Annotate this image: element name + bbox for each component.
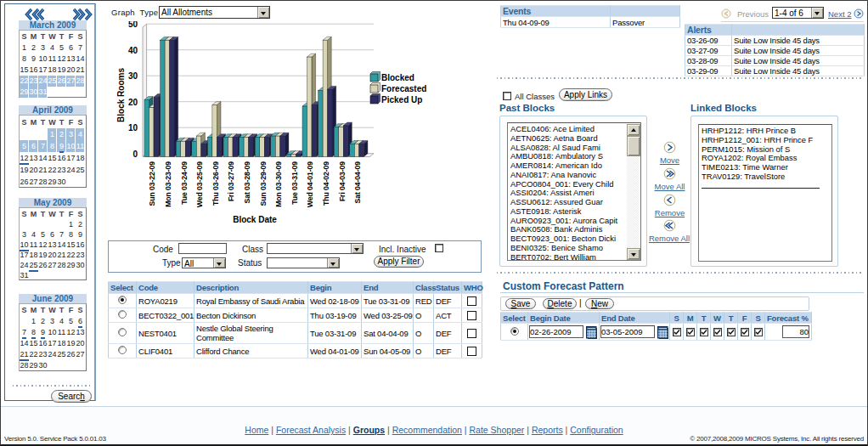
svg-text:Block Date: Block Date	[233, 215, 277, 224]
svg-text:10: 10	[128, 123, 138, 133]
svg-text:50: 50	[128, 21, 138, 29]
svg-text:Sun 03-29-09: Sun 03-29-09	[259, 161, 268, 206]
svg-text:Forecasted: Forecasted	[381, 84, 426, 93]
svg-text:Thu 03-26-09: Thu 03-26-09	[211, 161, 220, 206]
svg-text:0: 0	[132, 150, 138, 159]
svg-text:Picked Up: Picked Up	[381, 95, 422, 104]
svg-text:Mon 03-23-09: Mon 03-23-09	[164, 161, 172, 207]
svg-text:Blocked: Blocked	[381, 73, 414, 82]
svg-text:Fri 04-03-09: Fri 04-03-09	[338, 161, 347, 201]
svg-text:40: 40	[128, 46, 138, 55]
svg-text:Tue 03-31-09: Tue 03-31-09	[290, 161, 299, 205]
svg-text:Wed 04-01-09: Wed 04-01-09	[306, 161, 314, 207]
svg-text:Sun 03-22-09: Sun 03-22-09	[148, 161, 156, 206]
svg-text:Mon 03-30-09: Mon 03-30-09	[274, 161, 283, 207]
svg-text:30: 30	[128, 71, 138, 81]
svg-text:Tue 03-24-09: Tue 03-24-09	[180, 161, 189, 205]
svg-text:Sat 04-04-09: Sat 04-04-09	[353, 161, 362, 204]
svg-text:Block Rooms: Block Rooms	[116, 68, 126, 122]
svg-text:Sat 03-28-09: Sat 03-28-09	[243, 161, 251, 204]
svg-text:Thu 04-02-09: Thu 04-02-09	[322, 161, 330, 206]
svg-text:Fri 03-27-09: Fri 03-27-09	[227, 161, 235, 201]
svg-text:20: 20	[128, 98, 138, 107]
svg-text:Wed 03-25-09: Wed 03-25-09	[195, 161, 204, 207]
